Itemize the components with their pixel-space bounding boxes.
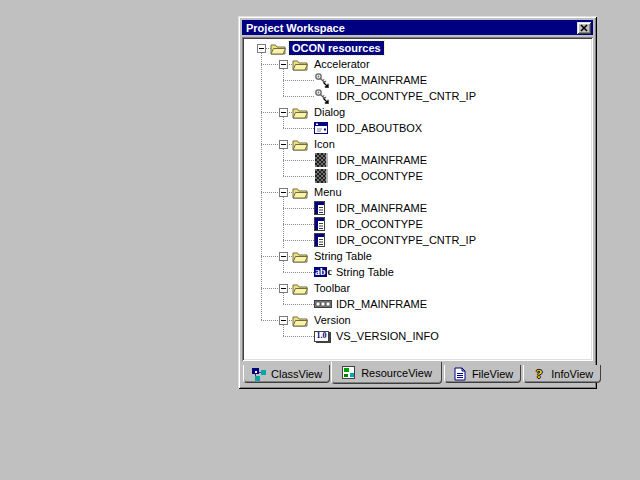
tree-item-toolbar-idr-mainframe[interactable]: IDR_MAINFRAME [244, 296, 430, 312]
open-folder-icon [292, 138, 308, 151]
tree-group-icon[interactable]: Icon [244, 136, 338, 152]
tab-fileview[interactable]: FileView [444, 365, 521, 383]
view-tab-bar: ClassView ResourceView FileVi [242, 363, 593, 386]
open-folder-icon [270, 42, 286, 55]
tree-item-accelerator-idr-ocontype-cntr-ip[interactable]: IDR_OCONTYPE_CNTR_IP [244, 88, 479, 104]
tree-item-label: Dialog [311, 105, 348, 119]
open-folder-icon [292, 250, 308, 263]
tree-item-menu-idr-ocontype-cntr-ip[interactable]: IDR_OCONTYPE_CNTR_IP [244, 232, 479, 248]
tree-item-label: IDR_OCONTYPE_CNTR_IP [333, 89, 479, 103]
tree-group-version[interactable]: Version [244, 312, 354, 328]
menu-resource-icon [314, 216, 333, 232]
collapse-toggle-icon[interactable] [279, 284, 288, 293]
collapse-toggle-icon[interactable] [257, 44, 266, 53]
open-folder-icon [292, 58, 308, 71]
close-icon [580, 24, 588, 32]
tree-item-label: IDR_OCONTYPE [333, 169, 426, 183]
tree-group-toolbar[interactable]: Toolbar [244, 280, 353, 296]
tree-item-idd-aboutbox[interactable]: IDD_ABOUTBOX [244, 120, 425, 136]
toolbar-resource-icon [314, 296, 333, 312]
fileview-icon [452, 367, 468, 381]
tree-item-icon-idr-mainframe[interactable]: IDR_MAINFRAME [244, 152, 430, 168]
tree-item-vs-version-info[interactable]: 1.0 VS_VERSION_INFO [244, 328, 442, 344]
tree-item-label: IDR_OCONTYPE_CNTR_IP [333, 233, 479, 247]
version-resource-icon: 1.0 [314, 328, 333, 344]
collapse-toggle-icon[interactable] [279, 252, 288, 261]
open-folder-icon [292, 314, 308, 327]
tab-classview[interactable]: ClassView [243, 365, 330, 383]
icon-resource-icon [314, 168, 333, 184]
tree-item-label: IDR_MAINFRAME [333, 297, 430, 311]
menu-resource-icon [314, 200, 333, 216]
resourceview-icon [341, 366, 357, 380]
tree-group-dialog[interactable]: Dialog [244, 104, 348, 120]
collapse-toggle-icon[interactable] [279, 108, 288, 117]
tree-item-label: IDR_MAINFRAME [333, 201, 430, 215]
tree-group-accelerator[interactable]: Accelerator [244, 56, 373, 72]
project-workspace-window: Project Workspace [238, 16, 597, 389]
tab-resourceview[interactable]: ResourceView [331, 362, 442, 384]
tree-item-ocon-resources[interactable]: OCON resources [244, 40, 384, 56]
tree-item-label: IDR_MAINFRAME [333, 153, 430, 167]
tree-item-menu-idr-mainframe[interactable]: IDR_MAINFRAME [244, 200, 430, 216]
tree-group-menu[interactable]: Menu [244, 184, 345, 200]
tree-item-label: String Table [311, 249, 375, 263]
tree-item-label: OCON resources [289, 41, 384, 55]
tree-item-label: IDD_ABOUTBOX [333, 121, 425, 135]
open-folder-icon [292, 282, 308, 295]
tree-item-label: String Table [333, 265, 397, 279]
open-folder-icon [292, 106, 308, 119]
tree-item-label: VS_VERSION_INFO [333, 329, 442, 343]
menu-resource-icon [314, 232, 333, 248]
title-bar[interactable]: Project Workspace [242, 20, 593, 35]
accelerator-icon [314, 88, 333, 104]
tree-item-label: Menu [311, 185, 345, 199]
tree-item-icon-idr-ocontype[interactable]: IDR_OCONTYPE [244, 168, 426, 184]
tree-item-accelerator-idr-mainframe[interactable]: IDR_MAINFRAME [244, 72, 430, 88]
tree-group-string-table[interactable]: String Table [244, 248, 375, 264]
dialog-icon [314, 120, 333, 136]
tree-item-label: IDR_MAINFRAME [333, 73, 430, 87]
accelerator-icon [314, 72, 333, 88]
tree-item-menu-idr-ocontype[interactable]: IDR_OCONTYPE [244, 216, 426, 232]
infoview-icon: ? [531, 367, 547, 381]
tree-item-label: Toolbar [311, 281, 353, 295]
collapse-toggle-icon[interactable] [279, 140, 288, 149]
tree-item-label: Accelerator [311, 57, 373, 71]
collapse-toggle-icon[interactable] [279, 188, 288, 197]
string-table-icon: abc [314, 264, 333, 280]
resource-tree: OCON resources Accelerator [242, 37, 593, 361]
tree-item-label: IDR_OCONTYPE [333, 217, 426, 231]
collapse-toggle-icon[interactable] [279, 316, 288, 325]
classview-icon [251, 367, 267, 381]
tree-item-string-table[interactable]: abc String Table [244, 264, 397, 280]
icon-resource-icon [314, 152, 333, 168]
collapse-toggle-icon[interactable] [279, 60, 288, 69]
tree-item-label: Icon [311, 137, 338, 151]
window-title: Project Workspace [246, 22, 577, 34]
close-button[interactable] [577, 22, 591, 34]
tab-infoview[interactable]: ? InfoView [523, 365, 601, 383]
open-folder-icon [292, 186, 308, 199]
tree-item-label: Version [311, 313, 354, 327]
